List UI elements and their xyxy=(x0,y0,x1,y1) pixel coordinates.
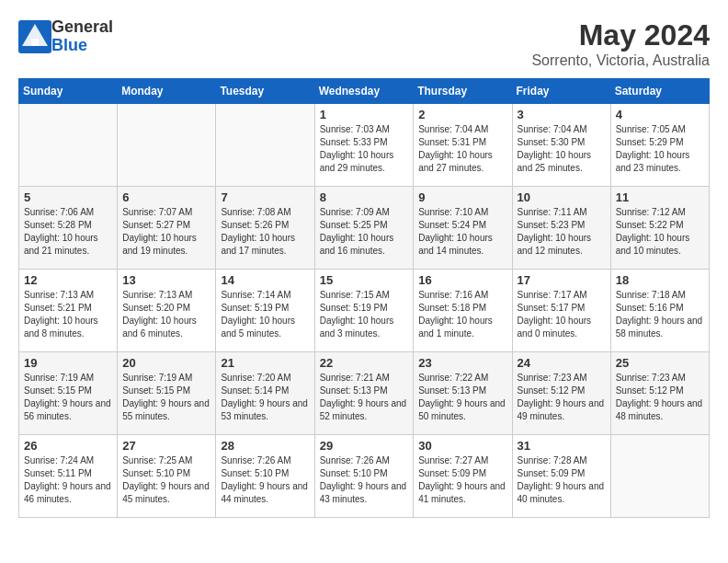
day-number: 8 xyxy=(320,190,409,204)
calendar-cell: 23Sunrise: 7:22 AM Sunset: 5:13 PM Dayli… xyxy=(414,352,512,435)
calendar-week-4: 19Sunrise: 7:19 AM Sunset: 5:15 PM Dayli… xyxy=(19,352,710,435)
day-info: Sunrise: 7:05 AM Sunset: 5:29 PM Dayligh… xyxy=(616,123,704,175)
header: General Blue May 2024 Sorrento, Victoria… xyxy=(18,18,710,69)
calendar-cell: 18Sunrise: 7:18 AM Sunset: 5:16 PM Dayli… xyxy=(610,270,709,352)
calendar-week-5: 26Sunrise: 7:24 AM Sunset: 5:11 PM Dayli… xyxy=(19,435,710,518)
day-number: 19 xyxy=(24,356,112,370)
calendar-cell: 27Sunrise: 7:25 AM Sunset: 5:10 PM Dayli… xyxy=(118,435,216,518)
day-number: 30 xyxy=(418,439,506,453)
calendar-cell: 15Sunrise: 7:15 AM Sunset: 5:19 PM Dayli… xyxy=(314,270,414,352)
calendar-cell: 30Sunrise: 7:27 AM Sunset: 5:09 PM Dayli… xyxy=(414,435,512,518)
day-number: 18 xyxy=(616,273,704,287)
day-number: 21 xyxy=(221,356,309,370)
day-info: Sunrise: 7:14 AM Sunset: 5:19 PM Dayligh… xyxy=(221,289,309,340)
header-cell-tuesday: Tuesday xyxy=(216,79,314,104)
day-number: 22 xyxy=(320,356,409,370)
calendar-cell: 24Sunrise: 7:23 AM Sunset: 5:12 PM Dayli… xyxy=(512,352,610,435)
day-number: 3 xyxy=(518,108,606,121)
calendar-cell: 3Sunrise: 7:04 AM Sunset: 5:30 PM Daylig… xyxy=(512,104,610,187)
day-number: 15 xyxy=(320,273,409,287)
calendar-cell: 1Sunrise: 7:03 AM Sunset: 5:33 PM Daylig… xyxy=(314,104,414,187)
day-number: 14 xyxy=(221,273,309,287)
day-info: Sunrise: 7:11 AM Sunset: 5:23 PM Dayligh… xyxy=(518,206,606,258)
day-number: 9 xyxy=(418,190,506,204)
day-number: 2 xyxy=(418,108,506,121)
location-title: Sorrento, Victoria, Australia xyxy=(531,52,710,69)
logo-icon xyxy=(18,20,51,53)
calendar-cell: 16Sunrise: 7:16 AM Sunset: 5:18 PM Dayli… xyxy=(414,270,512,352)
day-number: 4 xyxy=(616,108,704,121)
day-info: Sunrise: 7:21 AM Sunset: 5:13 PM Dayligh… xyxy=(320,372,409,423)
calendar-table: SundayMondayTuesdayWednesdayThursdayFrid… xyxy=(18,78,710,518)
day-number: 7 xyxy=(221,190,309,204)
calendar-header: SundayMondayTuesdayWednesdayThursdayFrid… xyxy=(19,79,710,104)
calendar-cell: 26Sunrise: 7:24 AM Sunset: 5:11 PM Dayli… xyxy=(19,435,118,518)
calendar-cell: 17Sunrise: 7:17 AM Sunset: 5:17 PM Dayli… xyxy=(512,270,610,352)
calendar-week-3: 12Sunrise: 7:13 AM Sunset: 5:21 PM Dayli… xyxy=(19,270,710,352)
day-number: 1 xyxy=(320,108,409,121)
day-number: 24 xyxy=(518,356,606,370)
day-info: Sunrise: 7:23 AM Sunset: 5:12 PM Dayligh… xyxy=(616,372,704,423)
calendar-cell: 14Sunrise: 7:14 AM Sunset: 5:19 PM Dayli… xyxy=(216,270,314,352)
day-info: Sunrise: 7:13 AM Sunset: 5:20 PM Dayligh… xyxy=(122,289,210,340)
day-info: Sunrise: 7:26 AM Sunset: 5:10 PM Dayligh… xyxy=(320,454,409,506)
day-number: 16 xyxy=(418,273,506,287)
day-number: 6 xyxy=(122,190,210,204)
day-number: 20 xyxy=(122,356,210,370)
calendar-cell: 7Sunrise: 7:08 AM Sunset: 5:26 PM Daylig… xyxy=(216,187,314,270)
day-number: 23 xyxy=(418,356,506,370)
svg-rect-2 xyxy=(31,39,39,46)
day-number: 10 xyxy=(518,190,606,204)
calendar-cell xyxy=(610,435,709,518)
day-number: 26 xyxy=(24,439,112,453)
day-info: Sunrise: 7:19 AM Sunset: 5:15 PM Dayligh… xyxy=(24,372,112,423)
header-cell-wednesday: Wednesday xyxy=(314,79,414,104)
day-number: 12 xyxy=(24,273,112,287)
calendar-cell: 6Sunrise: 7:07 AM Sunset: 5:27 PM Daylig… xyxy=(118,187,216,270)
day-info: Sunrise: 7:07 AM Sunset: 5:27 PM Dayligh… xyxy=(122,206,210,258)
calendar-cell: 22Sunrise: 7:21 AM Sunset: 5:13 PM Dayli… xyxy=(314,352,414,435)
calendar-cell: 28Sunrise: 7:26 AM Sunset: 5:10 PM Dayli… xyxy=(216,435,314,518)
day-info: Sunrise: 7:09 AM Sunset: 5:25 PM Dayligh… xyxy=(320,206,409,258)
day-info: Sunrise: 7:12 AM Sunset: 5:22 PM Dayligh… xyxy=(616,206,704,258)
calendar-body: 1Sunrise: 7:03 AM Sunset: 5:33 PM Daylig… xyxy=(19,104,710,518)
logo-text: General Blue xyxy=(51,18,113,55)
header-cell-sunday: Sunday xyxy=(19,79,118,104)
day-number: 28 xyxy=(221,439,309,453)
day-info: Sunrise: 7:06 AM Sunset: 5:28 PM Dayligh… xyxy=(24,206,112,258)
calendar-cell: 10Sunrise: 7:11 AM Sunset: 5:23 PM Dayli… xyxy=(512,187,610,270)
day-info: Sunrise: 7:28 AM Sunset: 5:09 PM Dayligh… xyxy=(518,454,606,506)
logo: General Blue xyxy=(18,18,113,55)
day-info: Sunrise: 7:22 AM Sunset: 5:13 PM Dayligh… xyxy=(418,372,506,423)
day-number: 5 xyxy=(24,190,112,204)
day-info: Sunrise: 7:16 AM Sunset: 5:18 PM Dayligh… xyxy=(418,289,506,340)
header-cell-saturday: Saturday xyxy=(610,79,709,104)
calendar-cell: 25Sunrise: 7:23 AM Sunset: 5:12 PM Dayli… xyxy=(610,352,709,435)
calendar-cell: 2Sunrise: 7:04 AM Sunset: 5:31 PM Daylig… xyxy=(414,104,512,187)
calendar-cell: 29Sunrise: 7:26 AM Sunset: 5:10 PM Dayli… xyxy=(314,435,414,518)
day-info: Sunrise: 7:20 AM Sunset: 5:14 PM Dayligh… xyxy=(221,372,309,423)
header-cell-monday: Monday xyxy=(118,79,216,104)
calendar-cell: 20Sunrise: 7:19 AM Sunset: 5:15 PM Dayli… xyxy=(118,352,216,435)
day-info: Sunrise: 7:17 AM Sunset: 5:17 PM Dayligh… xyxy=(518,289,606,340)
day-info: Sunrise: 7:26 AM Sunset: 5:10 PM Dayligh… xyxy=(221,454,309,506)
day-number: 25 xyxy=(616,356,704,370)
header-cell-thursday: Thursday xyxy=(414,79,512,104)
day-number: 29 xyxy=(320,439,409,453)
day-info: Sunrise: 7:27 AM Sunset: 5:09 PM Dayligh… xyxy=(418,454,506,506)
calendar-cell: 4Sunrise: 7:05 AM Sunset: 5:29 PM Daylig… xyxy=(610,104,709,187)
header-row: SundayMondayTuesdayWednesdayThursdayFrid… xyxy=(19,79,710,104)
day-number: 27 xyxy=(122,439,210,453)
day-info: Sunrise: 7:04 AM Sunset: 5:31 PM Dayligh… xyxy=(418,123,506,175)
header-cell-friday: Friday xyxy=(512,79,610,104)
calendar-week-2: 5Sunrise: 7:06 AM Sunset: 5:28 PM Daylig… xyxy=(19,187,710,270)
day-number: 31 xyxy=(518,439,606,453)
day-info: Sunrise: 7:19 AM Sunset: 5:15 PM Dayligh… xyxy=(122,372,210,423)
day-info: Sunrise: 7:15 AM Sunset: 5:19 PM Dayligh… xyxy=(320,289,409,340)
day-info: Sunrise: 7:10 AM Sunset: 5:24 PM Dayligh… xyxy=(418,206,506,258)
calendar-cell: 12Sunrise: 7:13 AM Sunset: 5:21 PM Dayli… xyxy=(19,270,118,352)
calendar-cell: 31Sunrise: 7:28 AM Sunset: 5:09 PM Dayli… xyxy=(512,435,610,518)
calendar-cell: 8Sunrise: 7:09 AM Sunset: 5:25 PM Daylig… xyxy=(314,187,414,270)
calendar-cell: 5Sunrise: 7:06 AM Sunset: 5:28 PM Daylig… xyxy=(19,187,118,270)
calendar-cell: 21Sunrise: 7:20 AM Sunset: 5:14 PM Dayli… xyxy=(216,352,314,435)
